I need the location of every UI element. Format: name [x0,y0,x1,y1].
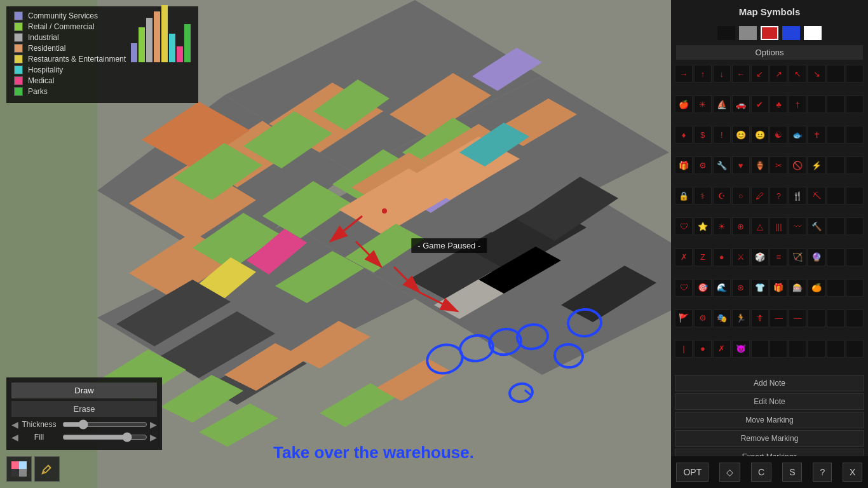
symbol-crystal[interactable]: 🔮 [808,248,825,266]
symbol-apple[interactable]: 🍎 [675,95,693,113]
symbol-pickaxe[interactable]: ⛏ [808,187,825,205]
symbol-empty-1[interactable] [827,65,844,83]
symbol-water[interactable]: 🌊 [713,279,731,297]
symbol-empty-14[interactable] [827,248,844,266]
symbol-lightning[interactable]: ⚡ [808,156,825,174]
symbol-scissors[interactable]: ✂ [770,156,787,174]
pencil-icon[interactable] [34,456,60,482]
erase-button[interactable]: Erase [11,401,157,417]
symbol-empty-13[interactable] [846,217,864,235]
symbol-medical[interactable]: ⚕ [694,187,712,205]
symbol-bow[interactable]: 🏹 [789,248,806,266]
symbol-club[interactable]: ♣ [770,95,787,113]
symbol-arrow-sw[interactable]: ↙ [751,65,769,83]
symbol-compass[interactable]: ⊛ [732,279,750,297]
symbol-arrow-up[interactable]: ↑ [694,65,712,83]
thickness-slider[interactable] [62,419,147,430]
symbol-line2[interactable]: — [789,309,806,327]
symbol-empty-2[interactable] [846,65,864,83]
symbol-gear2[interactable]: ⚙ [694,309,712,327]
symbol-empty-23[interactable] [789,340,806,358]
symbol-fish[interactable]: 🐟 [789,126,806,144]
color-black[interactable] [717,26,735,40]
symbol-dice[interactable]: 🎲 [751,248,769,266]
symbol-asterisk[interactable]: ✳ [694,95,712,113]
symbol-yin[interactable]: ☯ [770,126,787,144]
symbol-heart[interactable]: ♥ [732,156,750,174]
symbol-question[interactable]: ? [770,187,787,205]
symbol-vline[interactable]: | [675,340,693,358]
symbol-empty-21[interactable] [751,340,769,358]
s-button[interactable]: S [782,463,802,482]
symbol-crossalt[interactable]: ✝ [808,126,825,144]
symbol-empty-8[interactable] [827,156,844,174]
symbol-swords[interactable]: ⚔ [732,248,750,266]
symbol-empty-20[interactable] [846,309,864,327]
symbol-arrow-down[interactable]: ↓ [713,65,731,83]
symbol-bars[interactable]: ||| [770,217,787,235]
symbol-demon[interactable]: 😈 [732,340,750,358]
symbol-empty-9[interactable] [846,156,864,174]
symbol-slot[interactable]: 🎰 [789,279,806,297]
symbol-cross[interactable]: † [789,95,806,113]
symbol-orange[interactable]: 🍊 [808,279,825,297]
symbol-run[interactable]: 🏃 [732,309,750,327]
symbol-empty-6[interactable] [827,126,844,144]
symbol-dot[interactable]: ● [713,248,731,266]
symbol-empty-17[interactable] [846,279,864,297]
move-marking-button[interactable]: Move Marking [675,412,864,428]
symbol-flag[interactable]: 🚩 [675,309,693,327]
symbol-empty-5[interactable] [846,95,864,113]
symbol-neutral[interactable]: 😐 [751,126,769,144]
symbol-gift[interactable]: 🎁 [675,156,693,174]
symbol-wave[interactable]: 〰 [789,217,806,235]
symbol-dollar[interactable]: $ [694,126,712,144]
symbol-fork[interactable]: 🍴 [789,187,806,205]
symbol-empty-7[interactable] [846,126,864,144]
help-button[interactable]: ? [813,463,832,482]
symbol-empty-10[interactable] [827,187,844,205]
symbol-shield2[interactable]: 🛡 [675,279,693,297]
color-gray[interactable] [739,26,757,40]
thickness-increase[interactable]: ▶ [150,419,157,430]
symbol-lock[interactable]: 🔒 [675,187,693,205]
symbol-empty-19[interactable] [827,309,844,327]
symbol-empty-18[interactable] [808,309,825,327]
symbol-lines[interactable]: ≡ [770,248,787,266]
symbol-crescent[interactable]: ☪ [713,187,731,205]
remove-marking-button[interactable]: Remove Marking [675,430,864,447]
symbol-x[interactable]: ✗ [675,248,693,266]
symbol-line1[interactable]: — [770,309,787,327]
x-button[interactable]: X [843,463,862,482]
symbol-wrench[interactable]: 🔧 [713,156,731,174]
symbol-shield[interactable]: 🛡 [675,217,693,235]
symbol-x2[interactable]: ✗ [713,340,731,358]
c-button[interactable]: C [751,463,771,482]
symbol-empty-25[interactable] [827,340,844,358]
symbol-check[interactable]: ✔ [751,95,769,113]
symbol-smile[interactable]: 😊 [732,126,750,144]
symbol-arrow-left[interactable]: ← [732,65,750,83]
symbol-arrow-ne[interactable]: ↗ [770,65,787,83]
symbol-empty-22[interactable] [770,340,787,358]
options-bar[interactable]: Options [676,45,863,60]
symbol-empty-24[interactable] [808,340,825,358]
symbol-dagger[interactable]: 🗡 [751,309,769,327]
symbol-pen[interactable]: 🖊 [751,187,769,205]
symbol-arrow-nw[interactable]: ↖ [789,65,806,83]
symbol-car[interactable]: 🚗 [732,95,750,113]
symbol-dot2[interactable]: ● [694,340,712,358]
symbol-star[interactable]: ⭐ [694,217,712,235]
symbol-hammer[interactable]: 🔨 [808,217,825,235]
color-swatch-icon[interactable] [6,456,32,482]
symbol-arrow-right[interactable]: → [675,65,693,83]
edit-note-button[interactable]: Edit Note [675,393,864,410]
fill-decrease[interactable]: ◀ [11,432,18,442]
map-icon-button[interactable]: ◇ [719,463,740,482]
fill-increase[interactable]: ▶ [150,432,157,442]
symbol-empty-26[interactable] [846,340,864,358]
opt-button[interactable]: OPT [676,463,709,482]
symbol-arrow-se[interactable]: ↘ [808,65,825,83]
symbol-z[interactable]: Z [694,248,712,266]
symbol-boat[interactable]: ⛵ [713,95,731,113]
